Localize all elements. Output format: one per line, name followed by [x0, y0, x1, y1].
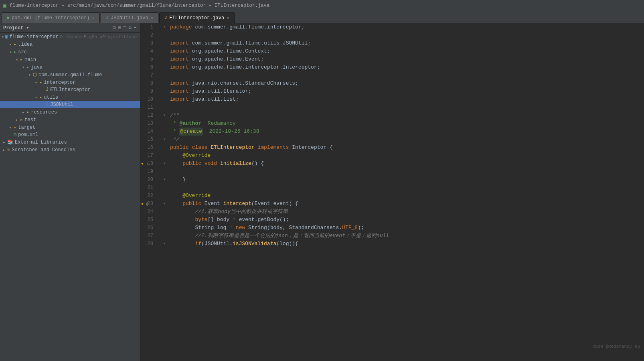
tab-pom-label: pom.xml (flume-interceptor) [12, 15, 89, 21]
code-line-23: public Event intercept(Event event) { [168, 200, 644, 208]
code-line-14: * @create 2022-10-25 16:38 [168, 128, 644, 136]
tab-etl-close[interactable]: ✕ [227, 15, 229, 20]
folder-icon-src: ▸ [14, 49, 16, 55]
editor-content[interactable]: 1 2 3 4 5 6 7 8 9 10 11 12 13 14 15 16 1… [140, 23, 644, 361]
sidebar-icon-layout[interactable]: ⊞ [113, 25, 115, 31]
java-orange-file-icon: J [46, 87, 49, 93]
code-line-8: import java.nio.charset.StandardCharsets… [168, 79, 644, 87]
tab-pom-close[interactable]: ✕ [92, 15, 95, 20]
fold-empty [160, 31, 168, 39]
tree-item-java[interactable]: ▾ ▸ java [0, 63, 140, 71]
code-line-27: //2.判断字符串是否是一个合法的json，是：返回当前的event；不是：返回… [168, 232, 644, 240]
java-blue-file-icon: J [46, 102, 49, 107]
tree-item-pom[interactable]: ▸ m pom.xml [0, 131, 140, 138]
tab-jsonutil[interactable]: J JSONUtil.java ✕ [101, 12, 158, 23]
tab-jsonutil-close[interactable]: ✕ [151, 15, 154, 20]
sidebar-icon-settings[interactable]: ⚙ [129, 25, 132, 31]
arrow-scratches: ▸ [2, 148, 6, 152]
tree-item-resources[interactable]: ▸ ▸ resources [0, 108, 140, 116]
fold-empty7 [160, 79, 168, 87]
xml-icon: ■ [7, 16, 9, 20]
tab-etl-label: ETLInterceptor.java [169, 15, 224, 21]
ln-7: 7 [140, 71, 156, 79]
folder-icon-target: ▸ [14, 124, 16, 130]
tree-item-src[interactable]: ▾ ▸ src [0, 48, 140, 56]
arrow-src: ▾ [8, 50, 13, 55]
arrow-extlibs: ▸ [2, 140, 6, 145]
tree-label-src: src [18, 49, 27, 55]
tree-item-root[interactable]: ▾ ▣ flume-interceptor D:\Acode\BigDataPr… [0, 33, 140, 41]
ln-24: 24 [140, 208, 156, 216]
folder-icon-interceptor: ▸ [39, 79, 42, 85]
code-line-4: import org.apache.flume.Context; [168, 47, 644, 55]
tab-etl[interactable]: J ETLInterceptor.java ✕ [159, 12, 234, 23]
tree-item-test[interactable]: ▸ ▸ test [0, 116, 140, 124]
tree-item-pkg[interactable]: ▾ ⬡ com.summer.gmall.flume [0, 71, 140, 79]
code-line-9: import java.util.Iterator; [168, 87, 644, 95]
fold-15[interactable]: ▾ [160, 136, 168, 144]
tree-item-main[interactable]: ▾ ▸ main [0, 56, 140, 63]
ln-8: 8 [140, 79, 156, 87]
ln-25: 25 [140, 216, 156, 224]
code-line-21 [168, 184, 644, 192]
tree-item-scratches[interactable]: ▸ ✎ Scratches and Consoles [0, 146, 140, 154]
tree-label-java: java [31, 65, 43, 70]
fold-empty21 [160, 232, 168, 240]
fold-18[interactable]: ▾ [160, 160, 168, 168]
tree-item-jsonutil[interactable]: ▸ J JSONUtil [0, 101, 140, 108]
tree-item-etl[interactable]: ▸ J ETLInterceptor [0, 86, 140, 93]
fold-20[interactable]: ▾ [160, 176, 168, 184]
arrow-resources: ▸ [21, 110, 26, 115]
tree-item-extlibs[interactable]: ▸ 📚 External Libraries [0, 138, 140, 146]
main-layout: Project ▾ ⊞ ≡ = ⚙ – ▾ ▣ flume-intercepto… [0, 23, 644, 361]
code-line-11 [168, 103, 644, 112]
sidebar-icon-minimize[interactable]: – [134, 25, 137, 31]
tree-label-interceptor: interceptor [44, 80, 75, 85]
fold-23[interactable]: ▾ [160, 200, 168, 208]
ln-21: 21 [140, 184, 156, 192]
watermark: CSDN @Redamancy_06 [592, 344, 640, 349]
ln-9: 9 [140, 87, 156, 95]
code-area[interactable]: package com.summer.gmall.flume.intercept… [168, 23, 644, 361]
tree-label-main: main [24, 57, 36, 63]
tree-item-target[interactable]: ▸ ▸ target [0, 124, 140, 131]
tab-pom[interactable]: ■ pom.xml (flume-interceptor) ✕ [2, 12, 100, 23]
fold-empty15 [160, 168, 168, 176]
code-line-18: public void initialize() { [168, 160, 644, 168]
editor-area: 1 2 3 4 5 6 7 8 9 10 11 12 13 14 15 16 1… [140, 23, 644, 361]
code-line-7 [168, 71, 644, 79]
code-line-12: /** [168, 112, 644, 120]
fold-empty10 [160, 103, 168, 112]
sidebar-icon-collapse[interactable]: ≡ [118, 25, 121, 31]
tree-label-pkg: com.summer.gmall.flume [38, 72, 102, 78]
titlebar-title: flume-interceptor – src/main/java/com/su… [10, 3, 269, 8]
arrow-root: ▾ [2, 34, 4, 39]
fold-28[interactable]: ▾ [160, 240, 168, 248]
tree-item-idea[interactable]: ▸ ▸ .idea [0, 41, 140, 48]
arrow-pkg: ▾ [27, 73, 32, 77]
java-orange-icon: J [164, 16, 167, 20]
arrow-idea: ▸ [8, 42, 13, 47]
tree-label-test: test [24, 117, 36, 123]
fold-empty6 [160, 71, 168, 79]
code-line-10: import java.util.List; [168, 95, 644, 103]
fold-empty16 [160, 184, 168, 192]
code-line-20: } [168, 176, 644, 184]
ln-18: ● ↑ 18 [140, 160, 156, 168]
tree-label-etl: ETLInterceptor [50, 87, 91, 93]
fold-3[interactable]: ▾ [160, 23, 168, 31]
warn-icon-18: ● [141, 162, 143, 166]
sidebar-project-label[interactable]: Project ▾ [3, 25, 29, 31]
sidebar-header: Project ▾ ⊞ ≡ = ⚙ – [0, 23, 140, 33]
ln-26: 26 [140, 224, 156, 232]
arrow-utils: ▾ [34, 95, 38, 100]
sidebar-icon-sort[interactable]: = [123, 25, 126, 31]
tree-label-resources: resources [31, 110, 57, 115]
tree-item-utils[interactable]: ▾ ▸ utils [0, 93, 140, 101]
scratch-icon: ✎ [7, 147, 10, 153]
sidebar-header-icons: ⊞ ≡ = ⚙ – [113, 25, 137, 31]
ln-27: 27 [140, 232, 156, 240]
tabbar: ■ pom.xml (flume-interceptor) ✕ J JSONUt… [0, 11, 644, 23]
tree-item-interceptor[interactable]: ▾ ▸ interceptor [0, 79, 140, 86]
fold-12[interactable]: ▾ [160, 112, 168, 120]
